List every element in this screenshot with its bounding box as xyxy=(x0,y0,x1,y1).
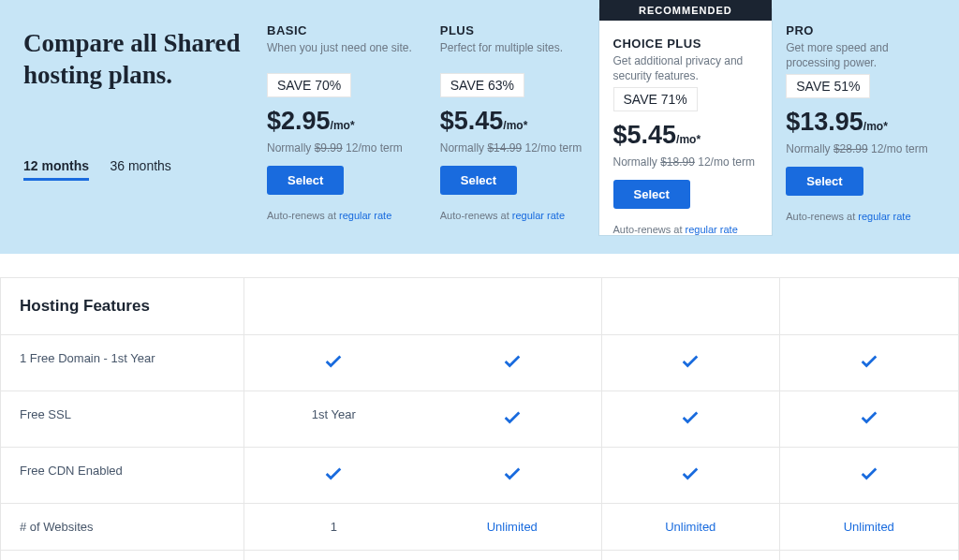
save-chip: SAVE 71% xyxy=(613,87,698,111)
plan-description: Get more speed and processing power. xyxy=(786,41,931,70)
price: $5.45/mo* xyxy=(440,107,585,136)
checkmark-icon xyxy=(502,407,523,428)
checkmark-icon xyxy=(859,351,879,372)
auto-renew-text: Auto-renews at regular rate xyxy=(613,224,759,235)
feature-cell: ~200k xyxy=(601,551,780,560)
term-tab-36-months[interactable]: 36 months xyxy=(110,158,170,178)
price: $13.95/mo* xyxy=(786,108,931,137)
checkmark-icon xyxy=(502,351,523,372)
feature-cell: Unlimited xyxy=(780,504,959,550)
pricing-header-section: Compare all Shared hosting plans. 12 mon… xyxy=(0,0,959,254)
feature-row: Free SSL1st Year xyxy=(1,391,958,447)
checkmark-icon xyxy=(680,351,701,372)
feature-cell: ~50k xyxy=(423,551,602,560)
feature-cell: Unlimited xyxy=(601,504,780,550)
page-headline: Compare all Shared hosting plans. xyxy=(23,28,253,92)
feature-cell: Unlimited xyxy=(423,504,602,550)
feature-cell xyxy=(423,335,602,391)
feature-row: Visits Per Month~15k~50k~200k~400k xyxy=(1,550,958,560)
feature-label: # of Websites xyxy=(1,504,244,550)
feature-cell xyxy=(423,448,602,503)
plan-card-basic: BASICWhen you just need one site.SAVE 70… xyxy=(253,9,426,235)
feature-cell xyxy=(601,335,780,391)
save-chip: SAVE 70% xyxy=(267,73,351,97)
checkmark-icon xyxy=(323,464,344,484)
plan-card-pro: PROGet more speed and processing power.S… xyxy=(772,9,945,235)
price: $2.95/mo* xyxy=(267,107,412,136)
regular-rate-link[interactable]: regular rate xyxy=(686,224,738,235)
feature-cell xyxy=(780,448,959,503)
feature-cell: ~15k xyxy=(244,551,423,560)
checkmark-icon xyxy=(680,464,701,484)
plan-name: CHOICE PLUS xyxy=(613,37,759,51)
plan-card-choice-plus: RECOMMENDEDCHOICE PLUSGet additional pri… xyxy=(599,9,773,235)
select-button[interactable]: Select xyxy=(440,166,517,195)
checkmark-icon xyxy=(502,464,523,484)
plan-card-plus: PLUSPerfect for multiple sites.SAVE 63%$… xyxy=(426,9,599,235)
regular-rate-link[interactable]: regular rate xyxy=(858,211,910,222)
feature-row: Free CDN Enabled xyxy=(1,447,958,503)
checkmark-icon xyxy=(859,407,879,428)
feature-cell xyxy=(244,335,423,391)
checkmark-icon xyxy=(323,351,344,372)
feature-cell xyxy=(780,391,959,447)
feature-cell xyxy=(601,448,780,503)
feature-cell xyxy=(244,448,423,503)
save-chip: SAVE 51% xyxy=(786,74,870,98)
feature-cell xyxy=(780,335,959,391)
select-button[interactable]: Select xyxy=(267,166,344,195)
feature-cell: 1 xyxy=(244,504,423,550)
auto-renew-text: Auto-renews at regular rate xyxy=(440,210,585,221)
normally-text: Normally $28.99 12/mo term xyxy=(786,142,931,155)
term-tabs: 12 months 36 months xyxy=(23,157,253,181)
normally-text: Normally $14.99 12/mo term xyxy=(440,141,585,155)
feature-cell xyxy=(423,391,602,447)
select-button[interactable]: Select xyxy=(786,167,863,196)
normally-text: Normally $18.99 12/mo term xyxy=(613,155,759,169)
price: $5.45/mo* xyxy=(613,121,759,150)
regular-rate-link[interactable]: regular rate xyxy=(339,210,391,221)
feature-label: 1 Free Domain - 1st Year xyxy=(1,335,244,391)
auto-renew-text: Auto-renews at regular rate xyxy=(267,210,412,221)
auto-renew-text: Auto-renews at regular rate xyxy=(786,211,931,222)
feature-label: Free CDN Enabled xyxy=(1,448,244,503)
feature-label: Visits Per Month xyxy=(1,551,244,560)
save-chip: SAVE 63% xyxy=(440,73,524,97)
headline-column: Compare all Shared hosting plans. 12 mon… xyxy=(23,9,253,235)
term-tab-12-months[interactable]: 12 months xyxy=(23,158,89,181)
plan-description: Get additional privacy and security feat… xyxy=(613,54,759,83)
feature-label: Free SSL xyxy=(1,391,244,447)
checkmark-icon xyxy=(680,407,701,428)
normally-text: Normally $9.99 12/mo term xyxy=(267,141,412,155)
feature-cell: ~400k xyxy=(780,551,959,560)
regular-rate-link[interactable]: regular rate xyxy=(512,210,565,221)
comparison-table: Hosting Features1 Free Domain - 1st Year… xyxy=(0,277,959,560)
feature-cell xyxy=(601,391,780,447)
plan-name: PRO xyxy=(786,23,931,37)
feature-row: # of Websites1UnlimitedUnlimitedUnlimite… xyxy=(1,503,958,550)
features-header: Hosting Features xyxy=(1,278,244,334)
select-button[interactable]: Select xyxy=(613,180,690,209)
recommended-badge: RECOMMENDED xyxy=(599,0,773,21)
feature-cell: 1st Year xyxy=(244,391,423,447)
checkmark-icon xyxy=(859,464,879,484)
comparison-header-row: Hosting Features xyxy=(1,278,958,334)
plan-name: PLUS xyxy=(440,23,585,37)
plan-description: When you just need one site. xyxy=(267,41,412,69)
feature-row: 1 Free Domain - 1st Year xyxy=(1,334,958,391)
plans-row: BASICWhen you just need one site.SAVE 70… xyxy=(253,9,945,235)
plan-description: Perfect for multiple sites. xyxy=(440,41,585,69)
plan-name: BASIC xyxy=(267,23,412,37)
